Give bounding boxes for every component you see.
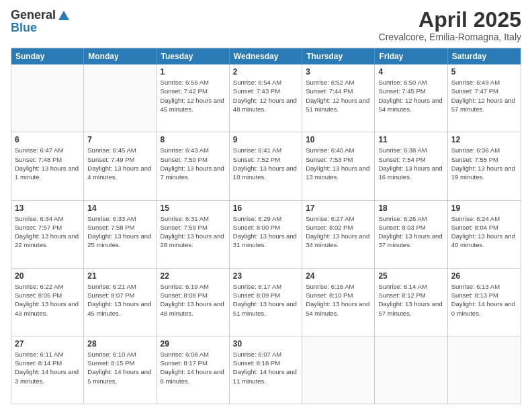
day-number: 4: [378, 67, 443, 77]
day-info: Sunrise: 6:31 AM Sunset: 7:59 PM Dayligh…: [161, 214, 226, 250]
day-number: 27: [15, 339, 80, 349]
title-section: April 2025 Crevalcore, Emilia-Romagna, I…: [379, 8, 521, 42]
day-number: 12: [451, 135, 517, 144]
day-number: 6: [15, 135, 80, 144]
calendar-header-cell: Wednesday: [230, 48, 302, 64]
calendar-header-cell: Tuesday: [157, 48, 230, 64]
calendar-cell: 7Sunrise: 6:45 AM Sunset: 7:49 PM Daylig…: [84, 132, 157, 199]
day-number: 8: [161, 135, 226, 144]
calendar-header-cell: Saturday: [448, 48, 521, 64]
day-info: Sunrise: 6:45 AM Sunset: 7:49 PM Dayligh…: [87, 146, 152, 181]
calendar-cell: 30Sunrise: 6:07 AM Sunset: 8:18 PM Dayli…: [230, 336, 302, 404]
header: General Blue April 2025 Crevalcore, Emil…: [11, 8, 521, 42]
calendar-cell: 2Sunrise: 6:54 AM Sunset: 7:43 PM Daylig…: [230, 64, 302, 132]
calendar-header-cell: Friday: [375, 48, 447, 64]
day-info: Sunrise: 6:33 AM Sunset: 7:58 PM Dayligh…: [87, 214, 152, 250]
day-info: Sunrise: 6:11 AM Sunset: 8:14 PM Dayligh…: [15, 350, 80, 385]
svg-marker-0: [58, 11, 69, 20]
day-number: 1: [161, 67, 226, 77]
day-number: 29: [161, 339, 226, 349]
day-number: 7: [87, 135, 152, 144]
day-number: 13: [15, 203, 80, 213]
calendar-cell: [448, 336, 521, 404]
calendar-header-cell: Monday: [84, 48, 157, 64]
calendar-cell: 6Sunrise: 6:47 AM Sunset: 7:48 PM Daylig…: [11, 132, 84, 199]
calendar-cell: 29Sunrise: 6:08 AM Sunset: 8:17 PM Dayli…: [157, 336, 230, 404]
day-info: Sunrise: 6:22 AM Sunset: 8:05 PM Dayligh…: [15, 282, 80, 318]
calendar-cell: 15Sunrise: 6:31 AM Sunset: 7:59 PM Dayli…: [157, 201, 230, 268]
calendar-cell: 17Sunrise: 6:27 AM Sunset: 8:02 PM Dayli…: [302, 201, 375, 268]
day-number: 21: [87, 271, 152, 281]
day-info: Sunrise: 6:13 AM Sunset: 8:13 PM Dayligh…: [451, 282, 517, 318]
page: General Blue April 2025 Crevalcore, Emil…: [0, 0, 532, 411]
day-number: 14: [87, 203, 152, 213]
logo-general: General: [11, 8, 56, 22]
calendar-cell: 8Sunrise: 6:43 AM Sunset: 7:50 PM Daylig…: [157, 132, 230, 199]
calendar-cell: 3Sunrise: 6:52 AM Sunset: 7:44 PM Daylig…: [302, 64, 375, 132]
calendar-row: 13Sunrise: 6:34 AM Sunset: 7:57 PM Dayli…: [11, 200, 521, 268]
day-info: Sunrise: 6:43 AM Sunset: 7:50 PM Dayligh…: [161, 146, 226, 181]
day-number: 20: [15, 271, 80, 281]
calendar-cell: 22Sunrise: 6:19 AM Sunset: 8:08 PM Dayli…: [157, 269, 230, 336]
day-info: Sunrise: 6:29 AM Sunset: 8:00 PM Dayligh…: [233, 214, 298, 250]
calendar-cell: 18Sunrise: 6:26 AM Sunset: 8:03 PM Dayli…: [375, 201, 447, 268]
day-number: 26: [451, 271, 517, 281]
day-info: Sunrise: 6:08 AM Sunset: 8:17 PM Dayligh…: [161, 350, 226, 385]
day-number: 18: [378, 203, 443, 213]
calendar-header: SundayMondayTuesdayWednesdayThursdayFrid…: [11, 48, 521, 64]
day-number: 3: [306, 67, 371, 77]
day-number: 19: [451, 203, 517, 213]
calendar-cell: [11, 64, 84, 132]
calendar-cell: 21Sunrise: 6:21 AM Sunset: 8:07 PM Dayli…: [84, 269, 157, 336]
calendar-cell: 1Sunrise: 6:56 AM Sunset: 7:42 PM Daylig…: [157, 64, 230, 132]
day-number: 24: [306, 271, 371, 281]
calendar-body: 1Sunrise: 6:56 AM Sunset: 7:42 PM Daylig…: [11, 64, 521, 404]
location: Crevalcore, Emilia-Romagna, Italy: [379, 32, 521, 42]
calendar-cell: 25Sunrise: 6:14 AM Sunset: 8:12 PM Dayli…: [375, 269, 447, 336]
calendar-cell: 24Sunrise: 6:16 AM Sunset: 8:10 PM Dayli…: [302, 269, 375, 336]
calendar-cell: 27Sunrise: 6:11 AM Sunset: 8:14 PM Dayli…: [11, 336, 84, 404]
day-info: Sunrise: 6:21 AM Sunset: 8:07 PM Dayligh…: [87, 282, 152, 318]
day-info: Sunrise: 6:54 AM Sunset: 7:43 PM Dayligh…: [233, 78, 298, 113]
day-info: Sunrise: 6:50 AM Sunset: 7:45 PM Dayligh…: [378, 78, 443, 113]
day-info: Sunrise: 6:47 AM Sunset: 7:48 PM Dayligh…: [15, 146, 80, 181]
calendar-row: 27Sunrise: 6:11 AM Sunset: 8:14 PM Dayli…: [11, 336, 521, 404]
calendar-cell: [84, 64, 157, 132]
calendar-cell: 20Sunrise: 6:22 AM Sunset: 8:05 PM Dayli…: [11, 269, 84, 336]
day-number: 30: [233, 339, 298, 349]
month-title: April 2025: [379, 8, 521, 32]
calendar-cell: 9Sunrise: 6:41 AM Sunset: 7:52 PM Daylig…: [230, 132, 302, 199]
calendar-header-cell: Sunday: [11, 48, 84, 64]
day-info: Sunrise: 6:16 AM Sunset: 8:10 PM Dayligh…: [306, 282, 371, 318]
calendar-header-cell: Thursday: [302, 48, 375, 64]
day-number: 22: [161, 271, 226, 281]
calendar-cell: [302, 336, 375, 404]
calendar-cell: 13Sunrise: 6:34 AM Sunset: 7:57 PM Dayli…: [11, 201, 84, 268]
day-info: Sunrise: 6:40 AM Sunset: 7:53 PM Dayligh…: [306, 146, 371, 181]
day-info: Sunrise: 6:19 AM Sunset: 8:08 PM Dayligh…: [161, 282, 226, 318]
calendar-cell: 28Sunrise: 6:10 AM Sunset: 8:15 PM Dayli…: [84, 336, 157, 404]
calendar-cell: 12Sunrise: 6:36 AM Sunset: 7:55 PM Dayli…: [448, 132, 521, 199]
calendar-cell: 14Sunrise: 6:33 AM Sunset: 7:58 PM Dayli…: [84, 201, 157, 268]
calendar-cell: 10Sunrise: 6:40 AM Sunset: 7:53 PM Dayli…: [302, 132, 375, 199]
day-info: Sunrise: 6:07 AM Sunset: 8:18 PM Dayligh…: [233, 350, 298, 385]
day-number: 2: [233, 67, 298, 77]
day-info: Sunrise: 6:17 AM Sunset: 8:09 PM Dayligh…: [233, 282, 298, 318]
day-info: Sunrise: 6:52 AM Sunset: 7:44 PM Dayligh…: [306, 78, 371, 113]
day-number: 28: [87, 339, 152, 349]
day-info: Sunrise: 6:41 AM Sunset: 7:52 PM Dayligh…: [233, 146, 298, 181]
calendar-row: 20Sunrise: 6:22 AM Sunset: 8:05 PM Dayli…: [11, 268, 521, 336]
day-number: 15: [161, 203, 226, 213]
day-info: Sunrise: 6:36 AM Sunset: 7:55 PM Dayligh…: [451, 146, 517, 181]
calendar-cell: 5Sunrise: 6:49 AM Sunset: 7:47 PM Daylig…: [448, 64, 521, 132]
logo-triangle-icon: [58, 9, 70, 21]
calendar-cell: [375, 336, 447, 404]
day-info: Sunrise: 6:56 AM Sunset: 7:42 PM Dayligh…: [161, 78, 226, 113]
day-number: 17: [306, 203, 371, 213]
day-number: 5: [451, 67, 517, 77]
calendar: SundayMondayTuesdayWednesdayThursdayFrid…: [11, 48, 521, 404]
day-number: 16: [233, 203, 298, 213]
day-info: Sunrise: 6:10 AM Sunset: 8:15 PM Dayligh…: [87, 350, 152, 385]
calendar-row: 1Sunrise: 6:56 AM Sunset: 7:42 PM Daylig…: [11, 64, 521, 132]
day-number: 23: [233, 271, 298, 281]
